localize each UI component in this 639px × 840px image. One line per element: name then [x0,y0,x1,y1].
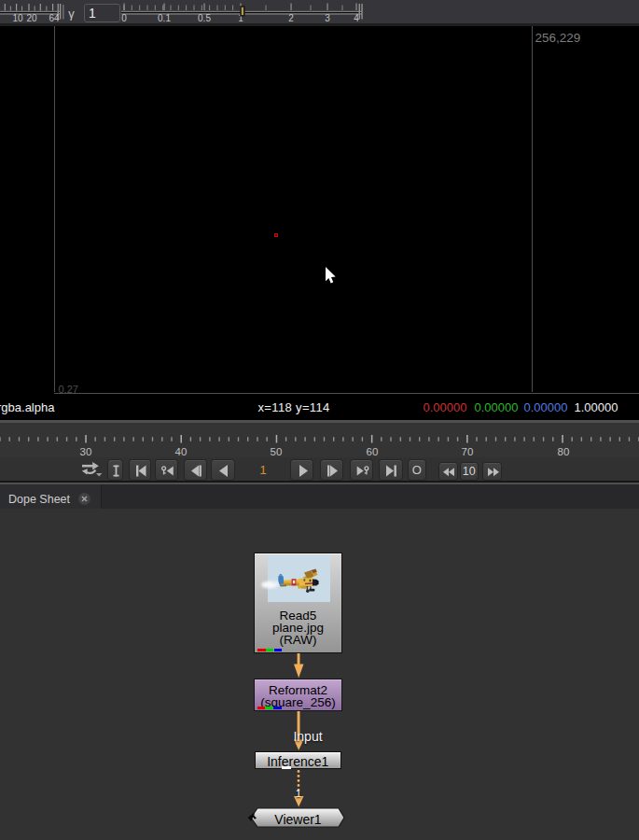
svg-text:50: 50 [271,446,283,457]
svg-text:40: 40 [175,446,188,457]
svg-text:2: 2 [288,13,294,23]
svg-text:10: 10 [12,13,23,23]
svg-text:γ: γ [68,7,75,21]
svg-text:3: 3 [325,13,330,23]
svg-text:70: 70 [462,446,474,457]
svg-text:64: 64 [49,13,60,23]
svg-text:80: 80 [558,446,570,457]
svg-text:0: 0 [121,13,127,23]
svg-text:30: 30 [80,446,92,457]
svg-text:4: 4 [354,13,359,23]
svg-text:60: 60 [367,446,379,457]
svg-text:0.1: 0.1 [158,13,171,23]
svg-text:20: 20 [26,13,37,23]
svg-text:0.5: 0.5 [198,13,211,23]
